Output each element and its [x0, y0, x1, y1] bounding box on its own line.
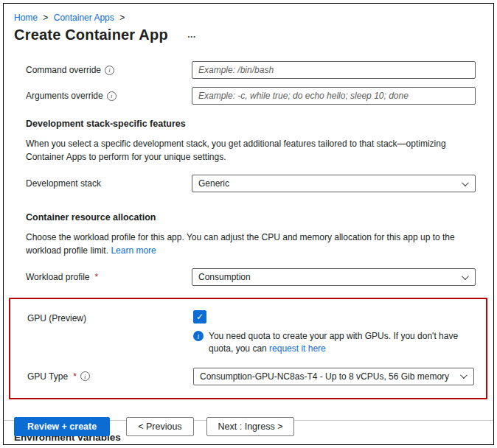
chevron-down-icon — [460, 371, 468, 379]
gpu-row: GPU (Preview) ✓ i You need quota to crea… — [27, 310, 474, 356]
command-override-label: Command override — [26, 65, 101, 75]
development-stack-row: Development stack Generic — [26, 175, 476, 192]
breadcrumb-separator: > — [119, 13, 125, 23]
gpu-preview-label: GPU (Preview) — [27, 313, 86, 323]
breadcrumb-separator: > — [43, 13, 48, 23]
title-row: Create Container App … — [4, 23, 493, 43]
required-marker: * — [73, 371, 77, 382]
workload-profile-label: Workload profile — [26, 272, 89, 282]
gpu-quota-text-body: You need quota to create your app with G… — [209, 331, 458, 354]
request-quota-link[interactable]: request it here — [269, 343, 326, 354]
command-override-input[interactable] — [192, 61, 476, 79]
container-form: Command override i Arguments override i … — [4, 43, 493, 399]
gpu-checkbox[interactable]: ✓ — [193, 310, 206, 323]
gpu-type-label: GPU Type — [27, 371, 68, 382]
breadcrumb-container-apps-link[interactable]: Container Apps — [54, 13, 114, 23]
required-marker: * — [94, 272, 98, 282]
command-override-row: Command override i — [26, 61, 476, 79]
gpu-type-row: GPU Type * i Consumption-GPU-NC8as-T4 - … — [27, 368, 474, 385]
annotation-highlight-box: GPU (Preview) ✓ i You need quota to crea… — [9, 298, 487, 399]
gpu-quota-text: You need quota to create your app with G… — [209, 330, 474, 356]
environment-variables-header-row: Name Value Delete — [4, 443, 493, 445]
wizard-footer: Review + create < Previous Next : Ingres… — [14, 417, 307, 436]
workload-profile-dropdown[interactable]: Consumption — [192, 268, 476, 286]
dev-stack-section-heading: Development stack-specific features — [26, 119, 476, 129]
dev-stack-description: When you select a specific development s… — [26, 137, 476, 164]
development-stack-value: Generic — [198, 178, 229, 189]
resource-section-heading: Container resource allocation — [26, 212, 476, 223]
info-icon[interactable]: i — [105, 66, 114, 75]
gpu-type-value: Consumption-GPU-NC8as-T4 - Up to 8 vCPUs… — [200, 371, 449, 382]
workload-profile-value: Consumption — [198, 272, 251, 282]
breadcrumb-home-link[interactable]: Home — [14, 13, 38, 23]
resource-description: Choose the workload profile for this app… — [26, 231, 476, 257]
info-icon[interactable]: i — [80, 371, 90, 381]
chevron-down-icon — [462, 179, 469, 186]
workload-profile-row: Workload profile * Consumption — [26, 268, 476, 286]
info-icon: i — [193, 331, 204, 341]
create-container-app-window: Home > Container Apps > Create Container… — [3, 3, 494, 445]
resource-description-text: Choose the workload profile for this app… — [26, 232, 455, 256]
breadcrumb: Home > Container Apps > — [4, 4, 493, 23]
page-title: Create Container App — [14, 27, 168, 43]
arguments-override-row: Arguments override i — [26, 87, 476, 105]
review-create-button[interactable]: Review + create — [14, 417, 110, 436]
learn-more-link[interactable]: Learn more — [111, 245, 156, 256]
arguments-override-label: Arguments override — [26, 91, 103, 101]
gpu-type-dropdown[interactable]: Consumption-GPU-NC8as-T4 - Up to 8 vCPUs… — [193, 368, 474, 385]
gpu-quota-message: i You need quota to create your app with… — [193, 330, 474, 356]
development-stack-label: Development stack — [26, 178, 101, 189]
info-icon[interactable]: i — [107, 91, 117, 101]
chevron-down-icon — [462, 273, 469, 280]
more-options-icon[interactable]: … — [187, 29, 198, 40]
checkmark-icon: ✓ — [196, 312, 204, 322]
previous-button[interactable]: < Previous — [126, 417, 193, 436]
arguments-override-input[interactable] — [192, 87, 476, 105]
development-stack-dropdown[interactable]: Generic — [192, 175, 476, 192]
next-ingress-button[interactable]: Next : Ingress > — [206, 417, 295, 436]
